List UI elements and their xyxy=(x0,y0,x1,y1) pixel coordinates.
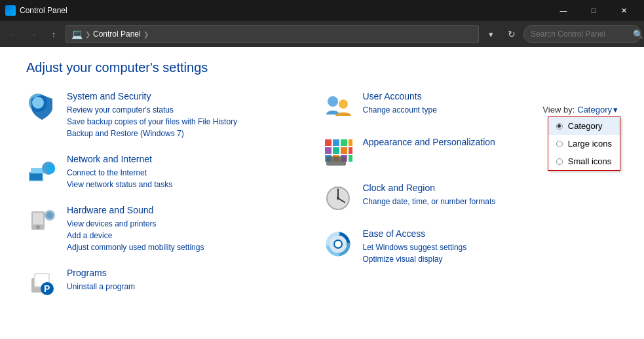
path-item-control-panel[interactable]: Control Panel xyxy=(93,29,141,39)
system-security-text: System and Security Review your computer… xyxy=(67,91,237,139)
clock-region-icon xyxy=(322,183,354,214)
radio-dot-large xyxy=(556,141,563,147)
svg-rect-4 xyxy=(31,168,44,173)
ease-access-title[interactable]: Ease of Access xyxy=(363,228,467,239)
svg-text:🌐: 🌐 xyxy=(46,164,56,173)
category-item-ease-access: Ease of Access Let Windows suggest setti… xyxy=(322,228,618,265)
dropdown-item-category[interactable]: Category xyxy=(548,117,620,135)
shield-svg-icon xyxy=(28,92,56,121)
appearance-title[interactable]: Appearance and Personalization xyxy=(363,137,495,147)
search-input[interactable] xyxy=(531,29,629,39)
system-security-link-2[interactable]: Save backup copies of your files with Fi… xyxy=(67,116,237,128)
dropdown-label-large-icons: Large icons xyxy=(568,139,612,149)
radio-dot-small xyxy=(556,158,563,165)
view-by-arrow-icon: ▾ xyxy=(613,105,618,115)
svg-rect-3 xyxy=(30,173,42,180)
svg-rect-21 xyxy=(341,139,347,146)
categories-grid: System and Security Review your computer… xyxy=(26,91,618,313)
forward-button[interactable]: → xyxy=(24,25,42,43)
category-item-system-security: System and Security Review your computer… xyxy=(26,91,322,139)
programs-icon: P xyxy=(26,268,58,299)
window-title: Control Panel xyxy=(20,6,548,15)
view-by-area: View by: Category ▾ xyxy=(542,105,618,115)
view-by-button[interactable]: Category ▾ xyxy=(577,105,618,115)
svg-point-1 xyxy=(32,97,44,109)
search-icon: 🔍 xyxy=(633,29,643,39)
appearance-svg-icon xyxy=(324,138,352,167)
ease-svg-icon xyxy=(324,230,352,259)
main-content: Adjust your computer's settings View by:… xyxy=(0,47,644,339)
network-internet-text: Network and Internet Connect to the Inte… xyxy=(67,154,172,190)
svg-rect-19 xyxy=(325,139,331,146)
category-item-hardware-sound: Hardware and Sound View devices and prin… xyxy=(26,205,322,253)
dropdown-item-small-icons[interactable]: Small icons xyxy=(548,152,620,170)
svg-rect-20 xyxy=(333,139,339,146)
programs-svg-icon: P xyxy=(28,269,56,298)
title-bar: Control Panel — □ ✕ xyxy=(0,0,644,21)
view-by-value: Category xyxy=(577,105,612,115)
svg-rect-30 xyxy=(349,155,352,162)
hardware-sound-text: Hardware and Sound View devices and prin… xyxy=(67,205,204,253)
system-security-link-1[interactable]: Review your computer's status xyxy=(67,104,237,116)
user-accounts-text: User Accounts Change account type xyxy=(363,91,437,116)
hardware-sound-link-3[interactable]: Adjust commonly used mobility settings xyxy=(67,241,204,253)
user-accounts-icon xyxy=(322,91,354,122)
svg-rect-31 xyxy=(326,156,346,166)
clock-svg-icon xyxy=(324,184,352,213)
svg-point-17 xyxy=(328,96,338,107)
dropdown-label-category: Category xyxy=(568,121,603,131)
dropdown-item-large-icons[interactable]: Large icons xyxy=(548,135,620,152)
category-item-network-internet: 🌐 Network and Internet Connect to the In… xyxy=(26,154,322,190)
back-button[interactable]: ← xyxy=(3,25,21,43)
svg-point-9 xyxy=(36,225,40,229)
maximize-button[interactable]: □ xyxy=(578,0,609,21)
address-bar: ← → ↑ 💻 ❯ Control Panel ❯ ▾ ↻ 🔍 xyxy=(0,21,644,47)
hardware-sound-title[interactable]: Hardware and Sound xyxy=(67,205,204,215)
hardware-sound-icon xyxy=(26,205,58,236)
svg-point-38 xyxy=(334,240,342,248)
dropdown-label-small-icons: Small icons xyxy=(568,156,611,166)
category-item-programs: P Programs Uninstall a program xyxy=(26,268,322,299)
svg-rect-22 xyxy=(349,139,352,146)
radio-dot-category xyxy=(556,123,563,130)
refresh-button[interactable]: ↻ xyxy=(502,25,521,43)
network-internet-title[interactable]: Network and Internet xyxy=(67,154,172,164)
left-column: System and Security Review your computer… xyxy=(26,91,322,313)
user-accounts-svg-icon xyxy=(324,92,352,121)
svg-rect-23 xyxy=(325,147,331,154)
app-icon xyxy=(5,5,16,16)
system-security-link-3[interactable]: Backup and Restore (Windows 7) xyxy=(67,128,237,139)
hardware-sound-link-2[interactable]: Add a device xyxy=(67,230,204,241)
minimize-button[interactable]: — xyxy=(548,0,578,21)
clock-region-text: Clock and Region Change date, time, or n… xyxy=(363,183,496,207)
programs-title[interactable]: Programs xyxy=(67,268,135,278)
network-internet-link-1[interactable]: Connect to the Internet xyxy=(67,167,172,179)
svg-rect-25 xyxy=(341,147,347,154)
programs-text: Programs Uninstall a program xyxy=(67,268,135,293)
hardware-sound-link-1[interactable]: View devices and printers xyxy=(67,218,204,230)
ease-access-link-1[interactable]: Let Windows suggest settings xyxy=(363,241,467,253)
up-button[interactable]: ↑ xyxy=(45,25,63,43)
ease-access-link-2[interactable]: Optimize visual display xyxy=(363,253,467,265)
programs-link-1[interactable]: Uninstall a program xyxy=(67,281,135,293)
appearance-icon xyxy=(322,137,354,168)
system-security-icon xyxy=(26,91,58,122)
network-svg-icon: 🌐 xyxy=(28,155,56,184)
user-accounts-link-1[interactable]: Change account type xyxy=(363,104,437,116)
svg-rect-8 xyxy=(33,213,43,224)
user-accounts-title[interactable]: User Accounts xyxy=(363,91,437,101)
svg-rect-26 xyxy=(349,147,352,154)
network-internet-link-2[interactable]: View network status and tasks xyxy=(67,179,172,190)
search-box: 🔍 xyxy=(523,25,641,43)
svg-rect-24 xyxy=(333,147,339,154)
clock-region-link-1[interactable]: Change date, time, or number formats xyxy=(363,196,496,207)
svg-point-18 xyxy=(339,99,348,109)
close-button[interactable]: ✕ xyxy=(609,0,639,21)
clock-region-title[interactable]: Clock and Region xyxy=(363,183,496,193)
address-path[interactable]: 💻 ❯ Control Panel ❯ xyxy=(66,25,479,43)
network-internet-icon: 🌐 xyxy=(26,154,58,185)
address-dropdown-button[interactable]: ▾ xyxy=(482,25,500,43)
system-security-title[interactable]: System and Security xyxy=(67,91,237,101)
svg-text:P: P xyxy=(44,283,50,294)
view-by-dropdown: Category Large icons Small icons xyxy=(548,116,620,171)
